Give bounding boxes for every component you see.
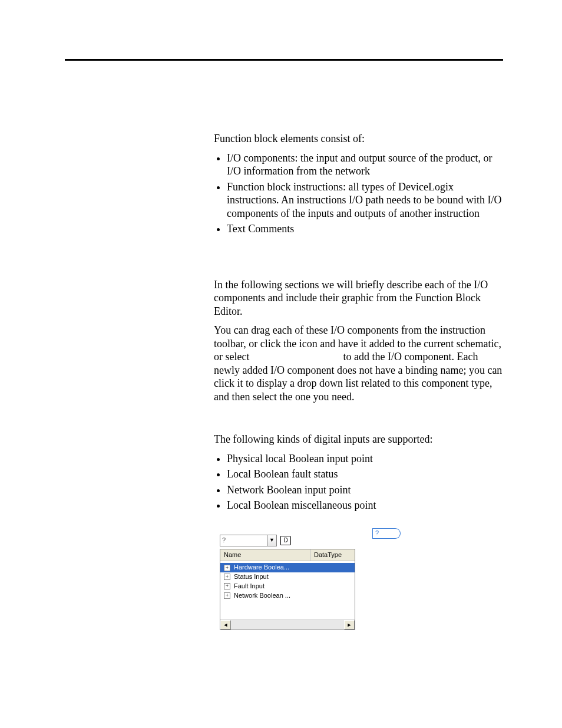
- list-item: I/O components: the input and output sou…: [227, 151, 503, 178]
- header-rule: [65, 59, 503, 61]
- expand-icon[interactable]: +: [224, 592, 230, 599]
- digital-inputs-para: The following kinds of digital inputs ar…: [214, 433, 503, 446]
- list-item: Local Boolean fault status: [227, 467, 503, 481]
- expand-icon[interactable]: +: [224, 583, 230, 589]
- list-item: Local Boolean miscellaneous point: [227, 499, 503, 512]
- d-tag-icon: D: [280, 536, 291, 545]
- scroll-track[interactable]: [231, 620, 344, 630]
- io-component-picker: ? ▼ D Name DataType + Hardware Boolea...: [220, 535, 355, 631]
- io-drag-para: You can drag each of these I/O component…: [214, 324, 503, 403]
- chevron-down-icon[interactable]: ▼: [267, 535, 277, 546]
- tree-item[interactable]: + Hardware Boolea...: [220, 563, 355, 572]
- list-item: Function block instructions: all types o…: [227, 180, 503, 220]
- elements-list: I/O components: the input and output sou…: [214, 151, 503, 236]
- binding-name-combo[interactable]: ?: [220, 535, 267, 546]
- list-item: Text Comments: [227, 222, 503, 236]
- io-overview-para: In the following sections we will briefl…: [214, 278, 503, 318]
- expand-icon[interactable]: +: [224, 574, 230, 580]
- table-header: Name DataType: [220, 549, 355, 562]
- list-item: Network Boolean input point: [227, 483, 503, 497]
- intro-para: Function block elements consist of:: [214, 132, 503, 146]
- digital-input-symbol-icon: ?: [372, 528, 401, 539]
- horizontal-scrollbar[interactable]: ◄ ►: [220, 620, 355, 630]
- scroll-left-icon[interactable]: ◄: [220, 620, 231, 630]
- combo-row: ? ▼ D: [220, 535, 355, 546]
- tree-item[interactable]: + Fault Input: [220, 582, 355, 591]
- body-text: Function block elements consist of: I/O …: [214, 132, 503, 630]
- digital-inputs-list: Physical local Boolean input point Local…: [214, 452, 503, 512]
- tree-list: + Hardware Boolea... + Status Input + Fa…: [220, 561, 355, 620]
- expand-icon[interactable]: +: [224, 565, 230, 571]
- tree-item[interactable]: + Network Boolean ...: [220, 591, 355, 601]
- col-name[interactable]: Name: [220, 549, 310, 561]
- dropdown-panel: Name DataType + Hardware Boolea... + Sta…: [220, 549, 355, 631]
- tree-item[interactable]: + Status Input: [220, 572, 355, 582]
- col-datatype[interactable]: DataType: [310, 549, 355, 561]
- list-item: Physical local Boolean input point: [227, 452, 503, 466]
- scroll-right-icon[interactable]: ►: [344, 620, 355, 630]
